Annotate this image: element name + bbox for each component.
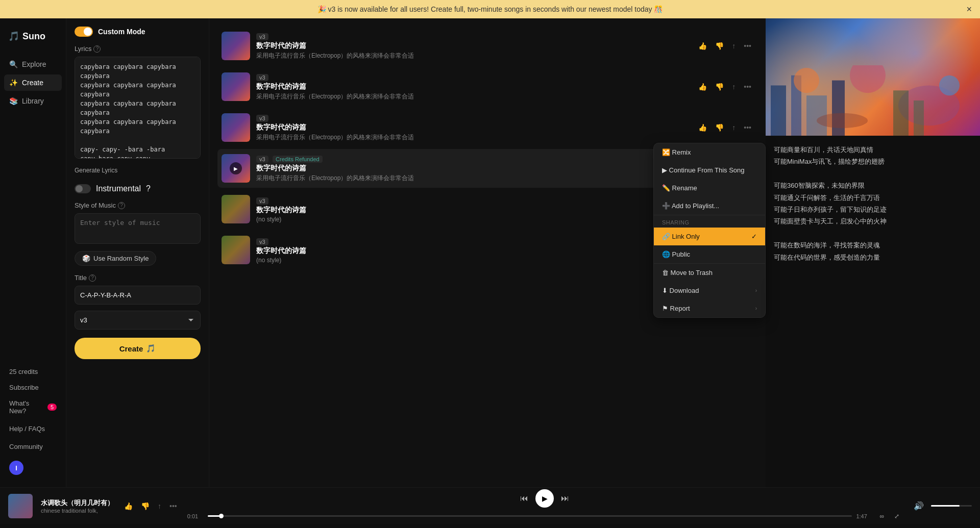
instrumental-toggle[interactable]	[75, 184, 91, 193]
style-section-label: Style of Music ?	[75, 202, 201, 209]
song-info: v3 Credits Refunded 数字时代的诗篇 采用电子流行音乐（Ele…	[256, 154, 690, 183]
song-thumbnail	[222, 236, 250, 264]
expand-button[interactable]: ⤢	[891, 510, 902, 523]
credits-display: 25 credits	[4, 364, 62, 380]
style-help-icon[interactable]: ?	[118, 202, 125, 209]
version-badge-row: v3	[256, 72, 690, 82]
instrumental-label: Instrumental	[96, 184, 141, 193]
more-button[interactable]: •••	[742, 81, 753, 93]
community-label: Community	[9, 443, 43, 450]
version-badge-row: v3	[256, 196, 706, 206]
context-menu-item-rename[interactable]: ✏️ Rename	[654, 179, 765, 197]
more-button[interactable]: •••	[742, 40, 753, 52]
progress-bar[interactable]	[208, 515, 852, 517]
like-button[interactable]: 👍	[696, 40, 709, 52]
credits-refunded-badge: Credits Refunded	[273, 156, 323, 163]
logo-text: Suno	[22, 31, 45, 42]
create-label: Create	[119, 344, 143, 353]
chevron-right-icon2: ›	[755, 306, 757, 311]
context-menu-item-move-trash[interactable]: 🗑 Move to Trash	[654, 264, 765, 282]
lyrics-help-icon[interactable]: ?	[93, 45, 101, 53]
table-row[interactable]: v3 数字时代的诗篇 采用电子流行音乐（Electropop）的风格来演绎会非常…	[217, 67, 757, 106]
use-random-style-button[interactable]: 🎲 Use Random Style	[75, 251, 156, 266]
sidebar-item-community[interactable]: Community	[4, 439, 62, 455]
share-button[interactable]: ↑	[730, 121, 738, 134]
song-style: (no style)	[256, 257, 706, 264]
instrumental-help-icon[interactable]: ?	[146, 184, 151, 193]
version-badge: v3	[256, 74, 268, 81]
table-row[interactable]: v3 数字时代的诗篇 采用电子流行音乐（Electropop）的风格来演绎会非常…	[217, 27, 757, 65]
loop-button[interactable]: ∞	[876, 510, 887, 523]
more-button[interactable]: •••	[742, 121, 753, 134]
player-thumbnail	[8, 494, 33, 518]
sidebar-item-library[interactable]: 📚 Library	[4, 93, 62, 109]
check-icon: ✓	[751, 233, 757, 240]
version-badge-row: v3	[256, 237, 706, 246]
lyrics-text: 可能商量和百川，共话天地间真情 可能MiniMax与讯飞，描绘梦想的翅膀 可能3…	[774, 144, 972, 263]
version-select[interactable]: v3 v2	[75, 311, 201, 330]
user-avatar[interactable]: I	[9, 461, 23, 475]
version-badge-row: v3 Credits Refunded	[256, 154, 690, 164]
volume-icon-button[interactable]: 🔊	[911, 498, 927, 514]
song-thumbnail	[222, 195, 250, 223]
generate-lyrics-button[interactable]: Generate Lyrics	[75, 165, 117, 176]
dislike-button[interactable]: 👎	[713, 40, 726, 52]
share-button[interactable]: ↑	[730, 81, 738, 93]
next-button[interactable]: ⏭	[558, 491, 572, 506]
context-menu-item-add-playlist[interactable]: ➕ Add to Playlist...	[654, 197, 765, 215]
announcement-banner: 🎉 v3 is now available for all users! Cre…	[0, 0, 980, 18]
sidebar-item-explore[interactable]: 🔍 Explore	[4, 56, 62, 72]
more-player-button[interactable]: •••	[167, 500, 179, 512]
like-button[interactable]: 👍	[696, 81, 709, 93]
version-badge: v3	[256, 115, 268, 122]
sidebar-item-whats-new[interactable]: What's New? 5	[4, 395, 62, 419]
dislike-player-button[interactable]: 👎	[139, 500, 152, 512]
subscribe-link[interactable]: Subscribe	[4, 382, 62, 393]
song-info: v3 数字时代的诗篇 (no style)	[256, 237, 706, 264]
context-menu-item-download[interactable]: ⬇ Download › 🎵 Audio 🎬 Video	[654, 282, 765, 299]
context-menu-item-continue[interactable]: ▶ Continue From This Song	[654, 161, 765, 179]
create-icon: ✨	[9, 79, 18, 87]
song-title: 数字时代的诗篇	[256, 82, 690, 91]
create-button[interactable]: Create 🎵	[75, 338, 201, 359]
song-style: (no style)	[256, 216, 706, 223]
dislike-button[interactable]: 👎	[713, 81, 726, 93]
sidebar-item-create[interactable]: ✨ Create	[4, 74, 62, 91]
song-actions: 👍 👎 ↑ •••	[696, 121, 753, 134]
svg-rect-0	[771, 85, 786, 136]
player-transport-controls: 👍 👎 ↑ •••	[122, 500, 179, 512]
context-menu-item-public[interactable]: 🌐 Public	[654, 245, 765, 263]
right-panel: 可能商量和百川，共话天地间真情 可能MiniMax与讯飞，描绘梦想的翅膀 可能3…	[766, 18, 980, 487]
random-icon: 🎲	[82, 255, 90, 262]
like-player-button[interactable]: 👍	[122, 500, 135, 512]
like-button[interactable]: 👍	[696, 121, 709, 134]
playback-controls: ⏮ ▶ ⏭	[517, 489, 572, 508]
random-style-label: Use Random Style	[93, 255, 149, 262]
share-button[interactable]: ↑	[730, 40, 738, 52]
version-badge: v3	[256, 238, 268, 245]
lyrics-textarea[interactable]	[75, 57, 201, 159]
song-title: 数字时代的诗篇	[256, 123, 690, 132]
sidebar-item-label: Library	[22, 97, 44, 105]
prev-button[interactable]: ⏮	[517, 491, 531, 506]
title-input[interactable]	[75, 286, 201, 305]
custom-mode-toggle[interactable]	[75, 27, 93, 37]
title-help-icon[interactable]: ?	[89, 274, 96, 282]
sharing-label: Sharing	[654, 215, 765, 228]
style-of-music-input[interactable]	[75, 213, 201, 244]
song-style: 采用电子流行音乐（Electropop）的风格来演绎会非常合适	[256, 92, 690, 101]
banner-close-button[interactable]: ×	[966, 4, 972, 15]
context-menu-item-link-only[interactable]: 🔗 Link Only ✓	[654, 228, 765, 245]
sidebar-item-help[interactable]: Help / FAQs	[4, 421, 62, 437]
share-player-button[interactable]: ↑	[156, 500, 163, 512]
whats-new-badge: 5	[47, 404, 57, 411]
volume-slider[interactable]	[931, 505, 972, 507]
context-menu-item-remix[interactable]: 🔀 Remix	[654, 143, 765, 161]
context-menu-item-report[interactable]: ⚑ Report ›	[654, 299, 765, 317]
version-badge: v3	[256, 197, 268, 205]
play-pause-button[interactable]: ▶	[535, 489, 554, 508]
create-panel: Custom Mode Lyrics ? Generate Lyrics Ins…	[66, 18, 209, 487]
table-row[interactable]: v3 数字时代的诗篇 采用电子流行音乐（Electropop）的风格来演绎会非常…	[217, 108, 757, 147]
dislike-button[interactable]: 👎	[713, 121, 726, 134]
song-actions: 👍 👎 ↑ •••	[696, 81, 753, 93]
